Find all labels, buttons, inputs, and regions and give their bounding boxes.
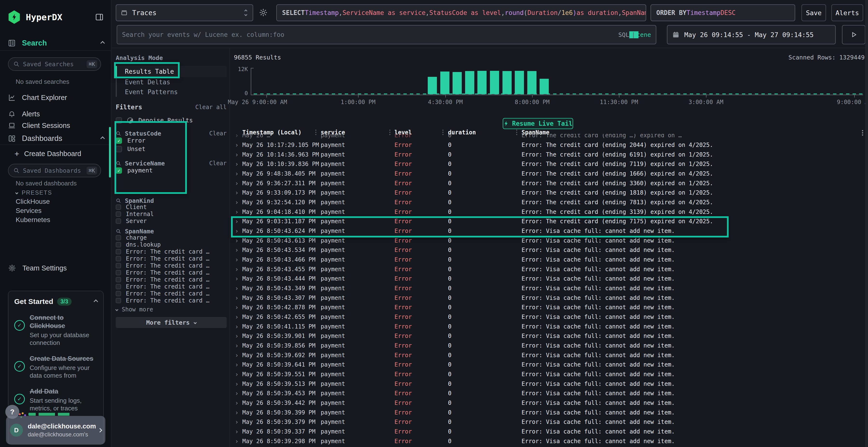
checkbox[interactable] [116, 298, 121, 303]
expand-row-icon[interactable]: › [235, 227, 239, 235]
sidebar-scrollbar-thumb[interactable] [109, 127, 111, 177]
expand-row-icon[interactable]: › [235, 275, 239, 282]
analysis-mode-option-event-deltas[interactable]: Event Deltas [117, 77, 227, 87]
resume-live-tail-button[interactable]: Resume Live Tail [503, 118, 573, 129]
denoise-checkbox[interactable] [116, 117, 122, 124]
histogram-bar[interactable] [465, 71, 474, 94]
sql-select-input[interactable]: SELECT Timestamp, ServiceName as service… [276, 4, 646, 21]
checkbox[interactable] [116, 284, 121, 289]
histogram-bar[interactable] [453, 72, 462, 94]
expand-row-icon[interactable]: › [235, 352, 239, 359]
page-scrollbar[interactable] [865, 0, 868, 447]
expand-row-icon[interactable]: › [235, 332, 239, 340]
expand-row-icon[interactable]: › [235, 208, 239, 215]
histogram-bar[interactable] [490, 71, 499, 94]
expand-row-icon[interactable]: › [235, 380, 239, 387]
expand-row-icon[interactable]: › [235, 256, 239, 263]
table-row[interactable]: ›May 26 9:03:31.187 PMpaymentError0Error… [231, 216, 865, 226]
filter-option-charge[interactable]: charge [116, 234, 227, 241]
save-button[interactable]: Save [802, 4, 826, 21]
table-row[interactable]: ›May 26 9:33:09.173 PMpaymentError0Error… [231, 188, 865, 198]
expand-row-icon[interactable]: › [235, 304, 239, 311]
alerts-button[interactable]: Alerts [831, 4, 863, 21]
filter-option-error-the-credit-card-[interactable]: Error: The credit card … [116, 290, 227, 297]
saved-dashboards-input[interactable]: Saved Dashboards ⌘K [8, 164, 101, 177]
get-started-item[interactable]: ✓Create Data SourcesConfigure where your… [14, 355, 97, 379]
table-row[interactable]: ›May 26 8:50:43.444 PMpaymentError0Error… [231, 274, 865, 283]
date-range-picker[interactable]: May 26 09:14:55 - May 27 09:14:55 [667, 25, 836, 44]
table-row[interactable]: ›May 26 9:04:18.410 PMpaymentError0Error… [231, 207, 865, 217]
chevron-up-icon[interactable] [94, 299, 98, 304]
table-row[interactable]: ›May 26 8:50:39.337 PMpaymentError0Error… [231, 427, 865, 437]
table-row[interactable]: ›May 26 8:50:39.692 PMpaymentError0Error… [231, 350, 865, 360]
checkbox[interactable] [116, 291, 121, 296]
run-query-button[interactable] [842, 25, 865, 44]
source-settings-gear-icon[interactable] [258, 8, 268, 18]
checkbox[interactable] [116, 211, 121, 217]
expand-row-icon[interactable]: › [235, 361, 239, 368]
expand-row-icon[interactable]: › [235, 438, 239, 445]
expand-row-icon[interactable]: › [235, 189, 239, 196]
filter-option-internal[interactable]: Internal [116, 210, 227, 217]
sidebar-item-dashboards[interactable]: Dashboards [8, 133, 104, 144]
sql-orderby-input[interactable]: ORDER BY Timestamp DESC [651, 4, 795, 21]
table-row[interactable]: ›May 26 8:50:39.453 PMpaymentError0Error… [231, 388, 865, 398]
expand-row-icon[interactable]: › [235, 390, 239, 397]
table-row[interactable]: ›May 26 8:50:42.655 PMpaymentError0Error… [231, 312, 865, 322]
expand-row-icon[interactable]: › [235, 170, 239, 177]
preset-dashboard-kubernetes[interactable]: Kubernetes [16, 215, 50, 225]
saved-searches-input[interactable]: Saved Searches ⌘K [8, 57, 101, 71]
expand-row-icon[interactable]: › [235, 409, 239, 416]
filter-option-error-the-credit-card-[interactable]: Error: The credit card … [116, 276, 227, 283]
expand-row-icon[interactable]: › [235, 285, 239, 292]
expand-row-icon[interactable]: › [235, 180, 239, 187]
table-row[interactable]: ›May 26 8:50:39.856 PMpaymentError0Error… [231, 341, 865, 350]
checkbox[interactable] [116, 249, 121, 254]
expand-row-icon[interactable]: › [235, 342, 239, 349]
table-row[interactable]: ›May 26 8:50:39.551 PMpaymentError0Error… [231, 370, 865, 379]
expand-row-icon[interactable]: › [235, 266, 239, 273]
table-row[interactable]: ›May 26 8:50:43.466 PMpaymentError0Error… [231, 255, 865, 265]
table-row[interactable]: ›May 26 8:50:43.624 PMpaymentError0Error… [231, 226, 865, 236]
denoise-results-option[interactable]: Denoise Results [116, 117, 227, 124]
preset-dashboard-services[interactable]: Services [16, 206, 50, 215]
checkbox[interactable] [116, 242, 121, 247]
expand-row-icon[interactable]: › [235, 428, 239, 435]
checkbox[interactable] [116, 204, 121, 210]
checkbox[interactable] [116, 218, 121, 224]
table-row[interactable]: ›May 26 8:50:39.399 PMpaymentError0Error… [231, 408, 865, 417]
checkbox[interactable] [116, 270, 121, 275]
checkbox[interactable] [116, 277, 121, 282]
filter-option-error-the-credit-card-[interactable]: Error: The credit card … [116, 248, 227, 255]
table-row[interactable]: ›May 26 8:50:43.455 PMpaymentError0Error… [231, 265, 865, 274]
presets-section-toggle[interactable]: PRESETS [16, 189, 52, 196]
get-started-item[interactable]: ✓Connect to ClickHouseSet up your databa… [14, 314, 97, 347]
checkbox[interactable] [116, 263, 121, 268]
table-row[interactable]: ›May 26 9:48:38.405 PMpaymentError0Error… [231, 169, 865, 178]
user-account-button[interactable]: D dale@clickhouse.com dale@clickhouse.co… [6, 416, 105, 444]
results-histogram[interactable]: 12K 0 May 26 9:00:00 AM1:00:00 PM4:30:00… [231, 66, 865, 106]
table-row[interactable]: ›May 26 8:50:39.513 PMpaymentError0Error… [231, 379, 865, 389]
filter-option-dns-lookup[interactable]: dns.lookup [116, 241, 227, 248]
filter-option-payment[interactable]: ✓payment [116, 166, 227, 175]
chevron-up-icon[interactable] [100, 136, 105, 141]
expand-row-icon[interactable]: › [235, 246, 239, 253]
create-dashboard-button[interactable]: + Create Dashboard [14, 148, 104, 159]
expand-row-icon[interactable]: › [235, 237, 239, 244]
histogram-bar[interactable] [477, 71, 487, 94]
filter-option-error-the-credit-card-[interactable]: Error: The credit card … [116, 283, 227, 290]
table-row[interactable]: ›May 26 8:50:39.298 PMpaymentError0Error… [231, 437, 865, 446]
expand-row-icon[interactable]: › [235, 141, 239, 148]
expand-row-icon[interactable]: › [235, 399, 239, 407]
histogram-bar[interactable] [440, 72, 450, 94]
filter-option-error-the-credit-card-[interactable]: Error: The credit card … [116, 297, 227, 304]
expand-row-icon[interactable]: › [235, 313, 239, 320]
checkbox[interactable] [116, 256, 121, 261]
table-row[interactable]: ›May 26 10:14:36.963 PMpaymentError0Erro… [231, 150, 865, 160]
filter-option-error-the-credit-card-[interactable]: Error: The credit card … [116, 262, 227, 269]
sidebar-item-team-settings[interactable]: Team Settings [8, 263, 104, 273]
table-row[interactable]: ›May 26 9:32:54.120 PMpaymentError0Error… [231, 198, 865, 207]
table-row[interactable]: ›May 26 10:10:39.836 PMpaymentError0Erro… [231, 159, 865, 169]
analysis-mode-option-results-table[interactable]: Results Table [117, 66, 227, 77]
checkbox-checked[interactable]: ✓ [116, 167, 122, 174]
